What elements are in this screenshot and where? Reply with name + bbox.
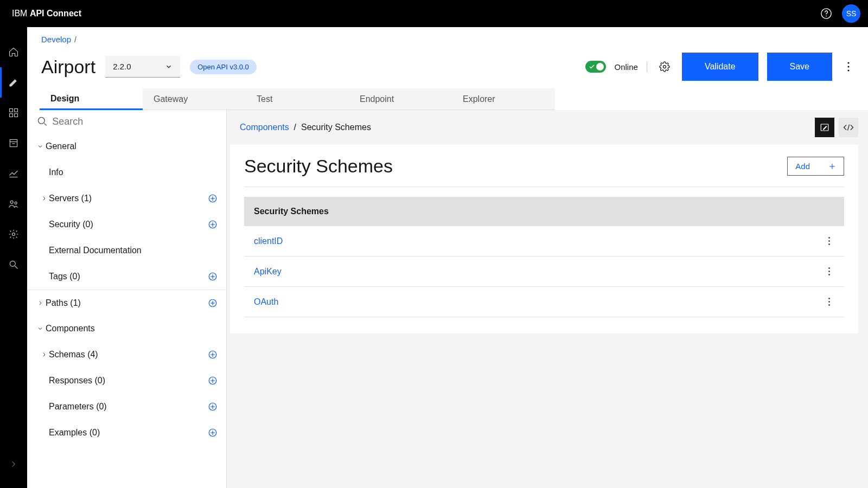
tab-explorer[interactable]: Explorer	[452, 88, 555, 110]
tree-label: Components	[46, 324, 218, 333]
plus-icon[interactable]	[208, 194, 218, 203]
help-icon[interactable]	[820, 8, 832, 20]
rail-search[interactable]	[0, 249, 27, 280]
svg-point-50	[828, 243, 830, 245]
svg-point-17	[847, 69, 849, 71]
svg-rect-4	[10, 114, 13, 117]
save-button[interactable]: Save	[767, 53, 832, 81]
tree-responses[interactable]: Responses (0)	[27, 368, 226, 394]
plus-icon[interactable]	[208, 428, 218, 438]
scheme-link[interactable]: ApiKey	[254, 267, 824, 277]
svg-point-51	[828, 267, 830, 269]
overflow-icon[interactable]	[841, 62, 856, 72]
tree-examples[interactable]: Examples (0)	[27, 420, 226, 446]
kebab-icon[interactable]	[824, 267, 834, 275]
plus-icon[interactable]	[208, 402, 218, 412]
plus-icon[interactable]	[208, 350, 218, 359]
svg-rect-7	[10, 142, 17, 147]
left-panel: General Info Servers (1) Security (0) Ex…	[27, 110, 227, 488]
plus-icon	[828, 163, 836, 170]
validate-button[interactable]: Validate	[682, 53, 758, 81]
kebab-icon[interactable]	[824, 298, 834, 306]
rail-settings[interactable]	[0, 219, 27, 249]
svg-point-15	[847, 62, 849, 63]
app-content: Develop/ Airport 2.2.0 Open API v3.0.0 O…	[27, 27, 868, 488]
rail-develop[interactable]	[0, 67, 27, 98]
tree-info[interactable]: Info	[27, 159, 226, 185]
tab-gateway[interactable]: Gateway	[143, 88, 246, 110]
source-view-button[interactable]	[839, 118, 858, 137]
svg-point-14	[663, 66, 666, 68]
search-input[interactable]	[52, 116, 216, 127]
search-row	[27, 110, 226, 133]
chevron-down-icon	[37, 143, 43, 150]
rail-analytics[interactable]	[0, 158, 27, 189]
right-panel: Components / Security Schemes Security S…	[227, 110, 868, 488]
tree-schemas[interactable]: Schemas (4)	[27, 342, 226, 368]
form-view-button[interactable]	[815, 118, 834, 137]
svg-line-13	[15, 266, 18, 269]
chevron-right-icon	[41, 352, 47, 357]
tree-general[interactable]: General	[27, 133, 226, 159]
tab-design[interactable]: Design	[40, 88, 143, 110]
svg-point-56	[828, 304, 830, 306]
svg-point-9	[10, 201, 13, 203]
card-title: Security Schemes	[244, 156, 393, 177]
tree-label: Responses (0)	[49, 376, 208, 386]
tree-components[interactable]: Components	[27, 316, 226, 342]
tree-security[interactable]: Security (0)	[27, 211, 226, 237]
svg-point-16	[847, 66, 849, 67]
chevron-right-icon	[37, 300, 43, 306]
online-toggle[interactable]	[585, 61, 606, 73]
tab-test[interactable]: Test	[246, 88, 349, 110]
brand-title: IBM API Connect	[12, 9, 81, 18]
kebab-icon[interactable]	[824, 237, 834, 245]
table-header: Security Schemes	[244, 197, 844, 226]
tree-paths[interactable]: Paths (1)	[27, 290, 226, 316]
plus-icon[interactable]	[208, 298, 218, 308]
table-row: clientID	[244, 226, 844, 256]
plus-icon[interactable]	[208, 272, 218, 281]
nav-rail	[0, 27, 27, 488]
design-tree: General Info Servers (1) Security (0) Ex…	[27, 133, 226, 446]
svg-rect-3	[15, 109, 18, 112]
rail-members[interactable]	[0, 189, 27, 219]
scheme-link[interactable]: clientID	[254, 236, 824, 246]
title-row: Airport 2.2.0 Open API v3.0.0 Online Val…	[27, 44, 868, 88]
scheme-link[interactable]: OAuth	[254, 297, 824, 307]
tree-parameters[interactable]: Parameters (0)	[27, 394, 226, 420]
table-row: ApiKey	[244, 256, 844, 287]
rail-archive[interactable]	[0, 128, 27, 158]
tree-label: Tags (0)	[49, 272, 208, 281]
svg-line-19	[44, 123, 46, 125]
svg-rect-6	[10, 139, 17, 142]
tree-label: Parameters (0)	[49, 402, 208, 412]
tree-tags[interactable]: Tags (0)	[27, 264, 226, 290]
add-label: Add	[795, 162, 810, 171]
mode-tabs: Design Gateway Test Endpoint Explorer	[27, 88, 868, 110]
plus-icon[interactable]	[208, 220, 218, 229]
table-row: OAuth	[244, 287, 844, 317]
edit-icon	[820, 123, 829, 132]
tree-external-doc[interactable]: External Documentation	[27, 237, 226, 264]
version-select[interactable]: 2.2.0	[105, 56, 180, 78]
add-button[interactable]: Add	[787, 157, 844, 176]
gear-icon[interactable]	[656, 58, 673, 75]
tab-endpoint[interactable]: Endpoint	[349, 88, 452, 110]
crumb-develop[interactable]: Develop	[41, 35, 71, 44]
rail-apps[interactable]	[0, 98, 27, 128]
panel-breadcrumb: Components / Security Schemes	[240, 123, 371, 132]
chevron-down-icon	[165, 63, 173, 70]
chevron-right-icon	[41, 196, 47, 201]
content-card: Security Schemes Add Security Schemes cl…	[230, 145, 858, 333]
svg-rect-2	[10, 109, 13, 112]
rail-home[interactable]	[0, 37, 27, 67]
main-split: General Info Servers (1) Security (0) Ex…	[27, 110, 868, 488]
rail-expand[interactable]	[0, 449, 27, 479]
panel-head: Components / Security Schemes	[227, 110, 858, 145]
global-topbar: IBM API Connect SS	[0, 0, 868, 27]
tree-servers[interactable]: Servers (1)	[27, 185, 226, 211]
avatar[interactable]: SS	[842, 4, 860, 23]
plus-icon[interactable]	[208, 376, 218, 386]
panel-crumb-components[interactable]: Components	[240, 123, 289, 132]
